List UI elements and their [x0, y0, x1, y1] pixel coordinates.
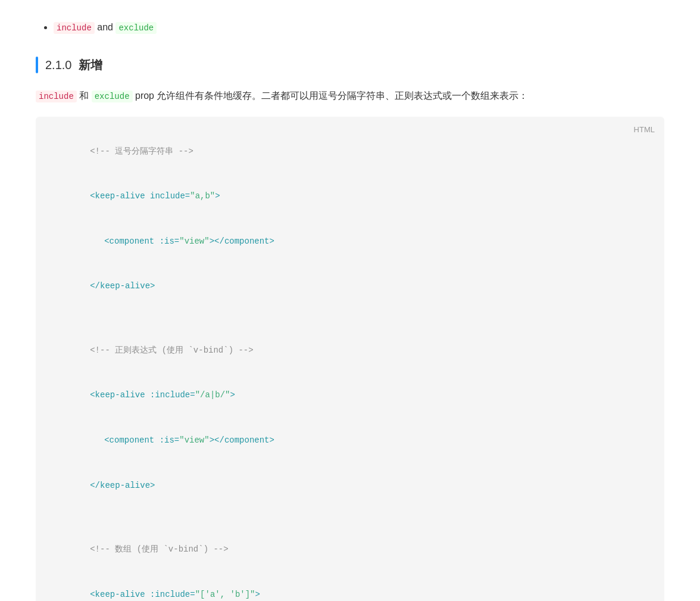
list-item: include and exclude	[54, 18, 664, 37]
code-line-keep-alive-2: <keep-alive :include="/a|b/">	[50, 373, 650, 418]
code-line-component-2: <component :is="view"></component>	[50, 418, 650, 463]
section-heading: 2.1.0 新增	[36, 55, 664, 75]
code-line-component-1: <component :is="view"></component>	[50, 219, 650, 264]
code-line-close-1: </keep-alive>	[50, 264, 650, 309]
code-line-keep-alive-1: <keep-alive include="a,b">	[50, 174, 650, 219]
code-comment-2: <!-- 正则表达式 (使用 `v-bind`) -->	[50, 328, 650, 373]
code-line-keep-alive-3: <keep-alive :include="['a', 'b']">	[50, 572, 650, 601]
description-para: include 和 exclude prop 允许组件有条件地缓存。二者都可以用…	[36, 87, 664, 105]
code-section-2: <!-- 正则表达式 (使用 `v-bind`) --> <keep-alive…	[50, 328, 650, 508]
code-line-close-2: </keep-alive>	[50, 463, 650, 508]
exclude-badge-top: exclude	[115, 22, 157, 34]
code-lang-label: HTML	[634, 123, 655, 136]
description-text: prop 允许组件有条件地缓存。二者都可以用逗号分隔字符串、正则表达式或一个数组…	[135, 91, 528, 101]
connector-text: 和	[79, 91, 89, 101]
version-number: 2.1.0	[45, 58, 71, 71]
heading-text: 2.1.0 新增	[45, 55, 102, 75]
exclude-badge-desc: exclude	[92, 91, 133, 102]
include-badge-desc: include	[36, 91, 77, 102]
code-block: HTML <!-- 逗号分隔字符串 --> <keep-alive includ…	[36, 117, 664, 601]
code-comment-3: <!-- 数组 (使用 `v-bind`) -->	[50, 527, 650, 572]
code-section-3: <!-- 数组 (使用 `v-bind`) --> <keep-alive :i…	[50, 527, 650, 601]
heading-bar	[36, 57, 38, 73]
bullet-list: include and exclude	[36, 18, 664, 37]
code-comment-1: <!-- 逗号分隔字符串 -->	[50, 129, 650, 174]
and-text: and	[97, 22, 113, 32]
include-badge-top: include	[54, 22, 95, 34]
code-section-1: <!-- 逗号分隔字符串 --> <keep-alive include="a,…	[50, 129, 650, 309]
page-container: include and exclude 2.1.0 新增 include 和 e…	[0, 0, 700, 601]
bullet-section: include and exclude	[36, 12, 664, 37]
new-label: 新增	[79, 58, 102, 71]
